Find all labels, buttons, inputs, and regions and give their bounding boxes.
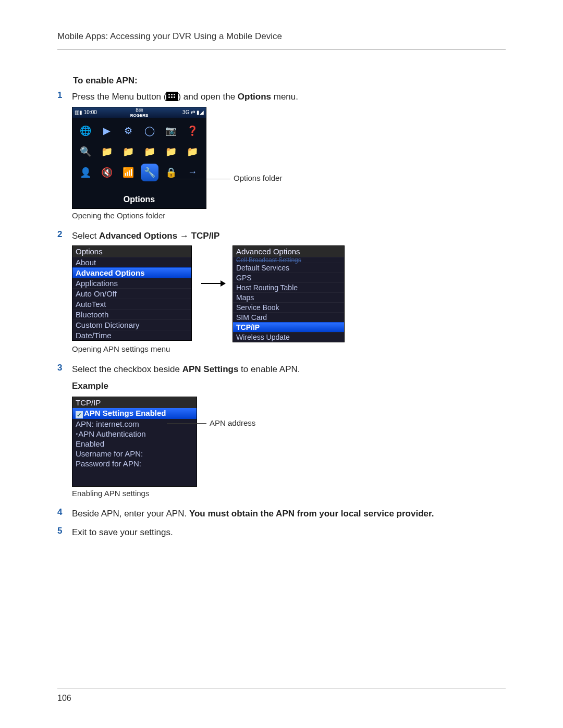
step-3: 3 Select the checkbox beside APN Setting… — [57, 363, 506, 394]
step-number: 5 — [57, 526, 72, 536]
step1-text-end: menu. — [271, 92, 298, 102]
step-2: 2 Select Advanced Options → TCP/IP — [57, 229, 506, 243]
list-item: Host Routing Table — [233, 282, 344, 292]
tcpip-screenshot: TCP/IP ✓APN Settings Enabled APN: intern… — [72, 397, 197, 487]
step-body: Beside APN, enter your APN. You must obt… — [72, 507, 506, 521]
tcpip-header: TCP/IP — [72, 397, 197, 408]
step1-text-after: ) and open the — [178, 92, 237, 102]
app-icon: 📁 — [119, 143, 137, 161]
list-item: AutoText — [72, 299, 191, 309]
list-item: Service Book — [233, 302, 344, 312]
app-icon: ▶ — [98, 122, 116, 140]
leader-line-1 — [173, 179, 230, 179]
leader-line-3 — [167, 423, 206, 424]
blank-space — [72, 468, 197, 486]
list-item: Applications — [72, 278, 191, 288]
app-icon: ◯ — [141, 122, 158, 140]
step-body: Select Advanced Options → TCP/IP — [72, 229, 506, 243]
advanced-options-screenshot: Advanced Options Cell Broadcast Settings… — [232, 245, 345, 342]
step-body: Exit to save your settings. — [72, 526, 506, 539]
leader-label-3: APN address — [210, 418, 255, 427]
figure-1-caption: Opening the Options folder — [72, 211, 506, 220]
app-grid: 🌐▶⚙◯📷❓🔍📁📁📁📁📁👤🔇📶🔧🔒→ — [72, 118, 206, 181]
arrow-icon — [201, 283, 225, 284]
figure-2: Options AboutAdvanced OptionsApplication… — [72, 245, 506, 353]
options-header: Options — [72, 246, 191, 257]
app-icon: 🔧 — [141, 164, 158, 181]
list-item: Enabled — [72, 439, 197, 449]
app-icon: ⚙ — [119, 122, 137, 140]
adv-cut-row: Cell Broadcast Settings — [233, 257, 344, 263]
page-footer: 106 — [57, 688, 506, 703]
step2-bold1: Advanced Options — [99, 231, 177, 241]
list-item: Date/Time — [72, 330, 191, 340]
list-item: Wireless Update — [233, 332, 344, 342]
list-item: TCP/IP — [233, 322, 344, 332]
status-mid: 8✉ ROGERS — [130, 107, 149, 118]
adv-options-header: Advanced Options — [233, 246, 344, 257]
page-header: Mobile Apps: Accessing your DVR Using a … — [57, 31, 506, 50]
leader-label-1: Options folder — [234, 174, 282, 182]
step1-text-before: Press the Menu button ( — [72, 92, 166, 102]
step-number: 2 — [57, 229, 72, 240]
step-number: 3 — [57, 363, 72, 373]
list-item: Auto On/Off — [72, 288, 191, 299]
page-number: 106 — [57, 694, 71, 702]
list-item: Password for APN: — [72, 459, 197, 468]
list-item: ▫APN Authentication — [72, 429, 197, 439]
app-icon: 🌐 — [77, 122, 94, 140]
step-body: Select the checkbox beside APN Settings … — [72, 363, 506, 394]
status-left: ▥▮ 10:00 — [75, 109, 97, 115]
app-icon: 👤 — [77, 164, 94, 181]
app-icon: 📶 — [119, 164, 137, 181]
section-title: To enable APN: — [73, 76, 506, 86]
list-item: Advanced Options — [72, 267, 191, 278]
step3-bold: APN Settings — [182, 364, 239, 374]
status-mid-top: 8✉ — [136, 107, 143, 113]
step3-text-before: Select the checkbox beside — [72, 364, 182, 374]
apn-settings-enabled-row: ✓APN Settings Enabled — [72, 408, 197, 419]
figure-3: TCP/IP ✓APN Settings Enabled APN: intern… — [72, 397, 506, 498]
step-5: 5 Exit to save your settings. — [57, 526, 506, 539]
list-item: APN: internet.com — [72, 419, 197, 429]
step-1: 1 Press the Menu button () and open the … — [57, 90, 506, 104]
list-item: Maps — [233, 292, 344, 302]
figure-1: ▥▮ 10:00 8✉ ROGERS 3G ⇄ ▮◢ 🌐▶⚙◯📷❓🔍📁📁📁📁📁👤… — [72, 107, 506, 220]
status-right: 3G ⇄ ▮◢ — [182, 109, 204, 115]
step3-text-after: to enable APN. — [238, 364, 300, 374]
list-item: About — [72, 257, 191, 267]
app-icon: 📁 — [98, 143, 116, 161]
list-item: Username for APN: — [72, 449, 197, 459]
example-label: Example — [72, 379, 506, 393]
options-list-screenshot: Options AboutAdvanced OptionsApplication… — [72, 245, 192, 341]
step2-text-before: Select — [72, 231, 99, 241]
figure-2-caption: Opening APN settings menu — [72, 344, 506, 353]
checkbox-checked-icon: ✓ — [76, 411, 83, 418]
list-item: SIM Card — [233, 312, 344, 322]
app-icon: 📁 — [162, 143, 180, 161]
menu-button-icon — [166, 92, 178, 101]
step-number: 1 — [57, 90, 72, 101]
step-number: 4 — [57, 507, 72, 517]
app-icon: ❓ — [183, 122, 201, 140]
list-item: GPS — [233, 273, 344, 282]
step2-arrow: → — [177, 231, 191, 241]
bb-status-bar: ▥▮ 10:00 8✉ ROGERS 3G ⇄ ▮◢ — [72, 107, 206, 118]
list-item: Bluetooth — [72, 309, 191, 319]
step4-text-before: Beside APN, enter your APN. — [72, 509, 189, 519]
apn-settings-enabled-label: APN Settings Enabled — [84, 409, 166, 417]
step2-bold2: TCP/IP — [191, 231, 220, 241]
bb-home-screenshot: ▥▮ 10:00 8✉ ROGERS 3G ⇄ ▮◢ 🌐▶⚙◯📷❓🔍📁📁📁📁📁👤… — [72, 107, 206, 209]
list-item: Custom Dictionary — [72, 319, 191, 330]
app-icon: 🔍 — [77, 143, 94, 161]
step1-bold: Options — [238, 92, 271, 102]
step-body: Press the Menu button () and open the Op… — [72, 90, 506, 104]
figure-3-caption: Enabling APN settings — [72, 489, 506, 498]
step4-bold: You must obtain the APN from your local … — [189, 509, 434, 519]
app-icon: 📷 — [162, 122, 180, 140]
step-4: 4 Beside APN, enter your APN. You must o… — [57, 507, 506, 521]
bb-selected-label: Options — [72, 195, 206, 204]
app-icon: 📁 — [183, 143, 201, 161]
step5-text: Exit to save your settings. — [72, 527, 173, 537]
app-icon: 📁 — [141, 143, 158, 161]
